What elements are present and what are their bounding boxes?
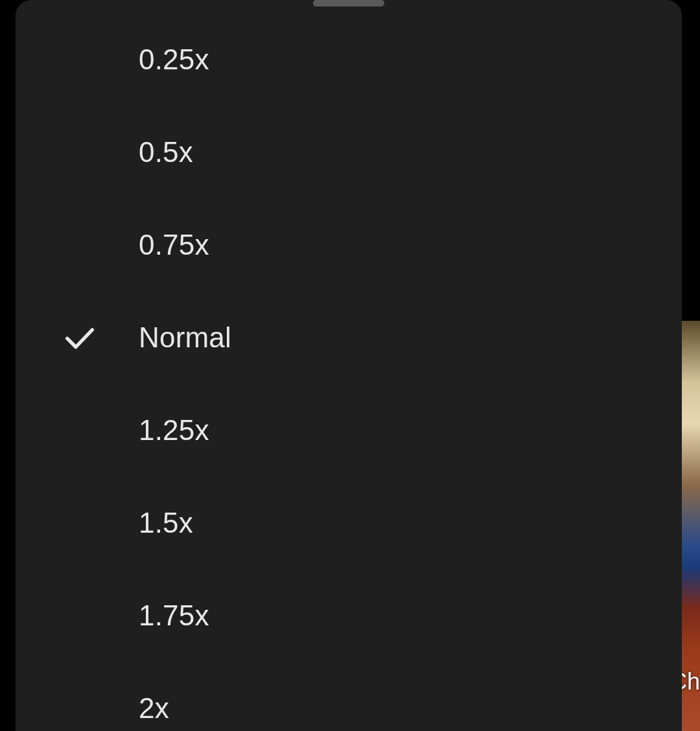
speed-option-label: 1.5x [139,507,193,539]
speed-option-normal[interactable]: Normal [16,291,682,384]
playback-speed-sheet: 0.25x 0.5x 0.75x Nor [16,0,682,731]
speed-option-1-75x[interactable]: 1.75x [16,569,682,662]
speed-option-label: 1.75x [139,599,209,632]
speed-option-0-75x[interactable]: 0.75x [16,198,682,291]
speed-options-list: 0.25x 0.5x 0.75x Nor [16,13,682,731]
speed-option-0-25x[interactable]: 0.25x [16,13,682,106]
speed-option-label: Normal [139,321,231,354]
speed-option-1-25x[interactable]: 1.25x [16,384,682,476]
speed-option-label: 0.25x [139,43,209,76]
speed-option-1-5x[interactable]: 1.5x [16,476,682,569]
speed-option-label: 1.25x [139,414,209,447]
speed-option-label: 2x [139,692,169,725]
speed-option-label: 0.75x [139,229,209,261]
speed-option-label: 0.5x [139,136,193,168]
speed-option-0-5x[interactable]: 0.5x [16,106,682,198]
check-icon [61,319,99,356]
speed-option-2x[interactable]: 2x [16,662,682,731]
drag-handle[interactable] [313,0,384,6]
check-slot [61,319,139,356]
